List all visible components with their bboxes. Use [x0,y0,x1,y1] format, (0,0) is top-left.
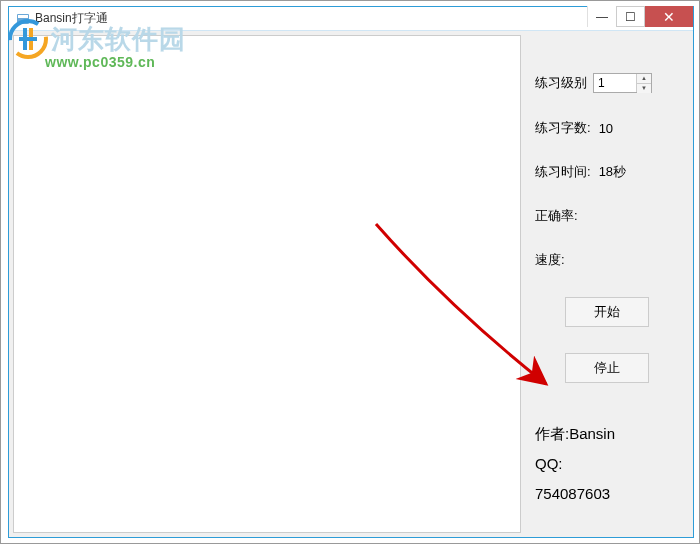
window-controls: — ☐ ✕ [587,6,693,27]
level-down-button[interactable]: ▼ [637,84,651,93]
time-label: 练习时间: [535,163,591,181]
level-row: 练习级别 ▲ ▼ [535,73,679,93]
maximize-button[interactable]: ☐ [616,6,645,27]
accuracy-row: 正确率: [535,207,679,225]
speed-label: 速度: [535,251,565,269]
minimize-button[interactable]: — [587,6,616,27]
app-window: Bansin打字通 — ☐ ✕ 练习级别 ▲ ▼ 练习字数: 1 [8,6,694,538]
author-qq-number: 754087603 [535,479,679,509]
level-label: 练习级别 [535,74,587,92]
chars-label: 练习字数: [535,119,591,137]
level-spinner[interactable]: ▲ ▼ [593,73,652,93]
time-value: 18秒 [599,163,626,181]
side-panel: 练习级别 ▲ ▼ 练习字数: 10 练习时间: 18秒 正确率: [521,35,689,533]
svg-rect-1 [18,15,28,18]
start-button[interactable]: 开始 [565,297,649,327]
close-button[interactable]: ✕ [645,6,693,27]
accuracy-label: 正确率: [535,207,578,225]
chars-value: 10 [599,121,613,136]
stop-button[interactable]: 停止 [565,353,649,383]
chars-row: 练习字数: 10 [535,119,679,137]
author-qq-label: QQ: [535,449,679,479]
author-info: 作者:Bansin QQ: 754087603 [535,419,679,509]
level-up-button[interactable]: ▲ [637,74,651,84]
time-row: 练习时间: 18秒 [535,163,679,181]
titlebar[interactable]: Bansin打字通 — ☐ ✕ [9,7,693,31]
level-input[interactable] [594,74,636,92]
speed-row: 速度: [535,251,679,269]
client-area: 练习级别 ▲ ▼ 练习字数: 10 练习时间: 18秒 正确率: [9,31,693,537]
typing-textarea[interactable] [13,35,521,533]
app-icon [15,11,31,27]
author-name: 作者:Bansin [535,419,679,449]
window-title: Bansin打字通 [35,10,108,27]
